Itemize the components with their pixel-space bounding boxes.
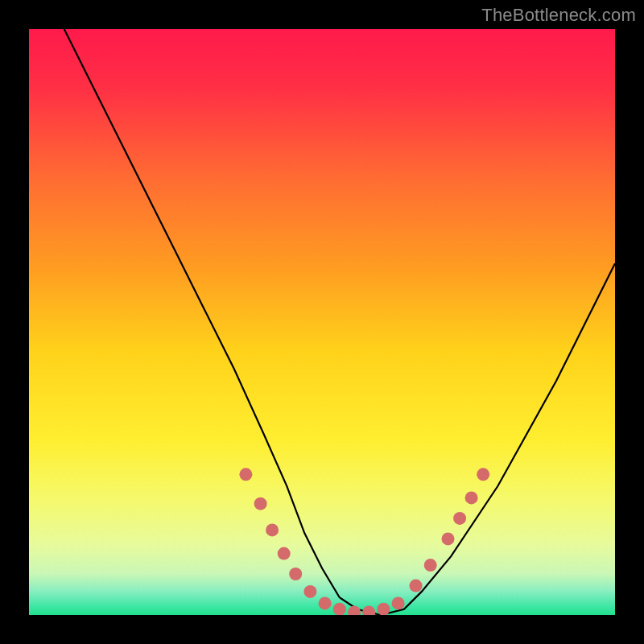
curve-marker (392, 597, 405, 609)
curve-marker (278, 547, 291, 560)
chart-frame: TheBottleneck.com (0, 0, 644, 644)
curve-marker (377, 603, 390, 615)
curve-marker (303, 585, 316, 598)
curve-markers (239, 468, 489, 615)
plot-area (29, 29, 615, 615)
curve-marker (424, 559, 437, 572)
curve-marker (453, 512, 466, 525)
curve-marker (442, 532, 455, 545)
watermark-text: TheBottleneck.com (481, 5, 636, 26)
curve-marker (410, 580, 423, 592)
curve-marker (254, 497, 267, 510)
curve-marker (266, 523, 279, 536)
curve-layer (29, 29, 615, 615)
curve-marker (348, 605, 361, 615)
curve-marker (465, 491, 478, 504)
curve-marker (477, 468, 489, 481)
curve-marker (362, 605, 375, 615)
curve-marker (333, 603, 346, 615)
curve-marker (289, 568, 302, 580)
curve-marker (319, 597, 332, 609)
bottleneck-curve (64, 29, 615, 615)
curve-marker (239, 468, 252, 481)
